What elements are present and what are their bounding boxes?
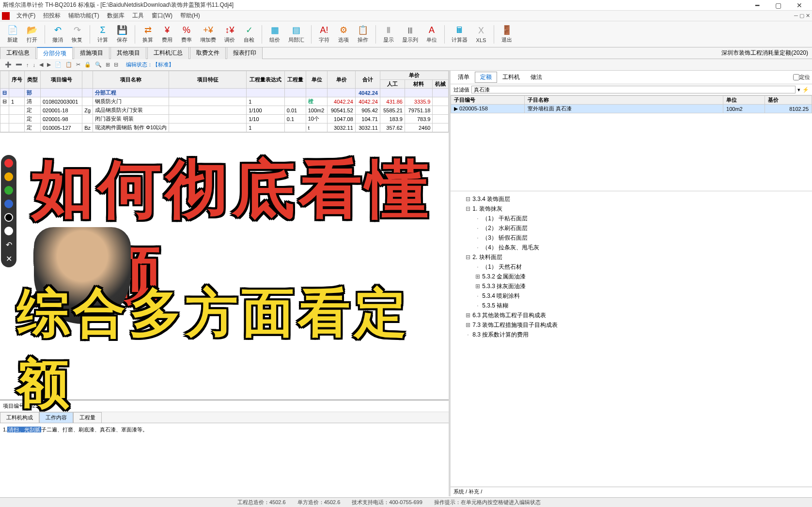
maximize-icon[interactable]: ▢ [769,1,788,9]
find-icon[interactable]: 🔍 [93,61,104,68]
toolbar-新建[interactable]: 📄新建 [3,24,22,45]
tree-node[interactable]: ⊟ 2. 块料面层 [453,252,809,262]
red-pen-icon[interactable] [4,159,13,168]
tree-node[interactable]: · 8.3 按系数计算的费用 [453,330,809,339]
indent-left-icon[interactable]: ◀ [37,61,45,68]
insert-row-icon[interactable]: ➕ [3,61,14,68]
toolbar-字符[interactable]: A!字符 [314,24,334,45]
filter-dropdown-icon[interactable]: ▾ [797,87,800,93]
tree-node[interactable]: ⊞ 5.3.3 抹灰面油漆 [453,281,809,291]
tree-node[interactable]: · （1） 天然石材 [453,262,809,272]
menu-窗口(W)[interactable]: 窗口(W) [148,12,176,19]
pin-checkbox[interactable]: 定位 [793,74,810,81]
minimize-icon[interactable]: ━ [748,1,767,9]
main-tab-其他项目[interactable]: 其他项目 [110,47,146,59]
menu-招投标[interactable]: 招投标 [39,12,64,19]
title-bar: 斯维尔清单计价 TH-BQ2016 标准版 - [E:\BaiduNetdisk… [0,0,812,11]
lock-icon[interactable]: 🔒 [82,61,93,68]
right-tab-清单[interactable]: 清单 [453,72,475,83]
menu-辅助功能(T)[interactable]: 辅助功能(T) [64,12,103,19]
toolbar-单位[interactable]: A单位 [422,24,441,45]
tree-node[interactable]: ⊟ 3.3.4 装饰面层 [453,194,809,204]
right-bottom-tabs[interactable]: 系统 / 补充 / [451,487,812,496]
toolbar-换算[interactable]: ⇄换算 [138,24,157,45]
status-bar: 工程总造价：4502.6 单方造价：4502.6 技术支持电话：400-0755… [0,497,812,507]
undo-icon[interactable]: ↶ [6,240,12,249]
white-pen-icon[interactable] [4,227,13,235]
tree-node[interactable]: ⊟ 1. 装饰抹灰 [453,204,809,214]
toolbar-撤消[interactable]: ↶撤消 [48,24,67,45]
close-icon[interactable]: ✕ [790,1,809,9]
toolbar-组价[interactable]: ▦组价 [265,24,284,45]
tree-node[interactable]: · 5.3.5 裱糊 [453,301,809,310]
down-icon[interactable]: ↓ [31,62,38,68]
right-tab-定额[interactable]: 定额 [475,72,497,83]
toolbar-保存[interactable]: 💾保存 [112,24,132,45]
blue-pen-icon[interactable] [4,200,13,208]
toolbar-显示列[interactable]: ⫼显示列 [398,24,422,45]
orange-pen-icon[interactable] [4,172,13,181]
toolbar-增加费[interactable]: +¥增加费 [196,24,220,45]
grid-row[interactable]: 定020001-98闭门器安装 明装1/100.110个1047.08104.7… [0,115,449,123]
tree-node[interactable]: · （4） 拉条灰、甩毛灰 [453,243,809,252]
tree-node[interactable]: · （3） 斩假石面层 [453,233,809,243]
delete-row-icon[interactable]: ➖ [14,61,24,68]
quota-tree[interactable]: ⊟ 3.3.4 装饰面层⊟ 1. 装饰抹灰· （1） 干粘石面层· （2） 水刷… [451,191,812,487]
collapse-icon[interactable]: ⊟ [112,61,120,68]
toolbar-打开[interactable]: 📂打开 [22,24,42,45]
tree-node[interactable]: · （2） 水刷石面层 [453,223,809,233]
quota-result-grid[interactable]: 子目编号 子目名称 单位 基价 ▶ 020005-158 室外墙柱面 真石漆 1… [451,95,812,113]
menu-文件(F)[interactable]: 文件(F) [13,12,39,19]
tree-node[interactable]: · （1） 干粘石面层 [453,214,809,223]
main-toolbar: 📄新建📂打开↶撤消↷恢复Σ计算💾保存⇄换算¥费用%费率+¥增加费↕¥调价✓自检▦… [0,21,812,47]
toolbar-XLS[interactable]: XXLS [471,25,491,44]
toolbar-费用[interactable]: ¥费用 [157,24,177,45]
toolbar-恢复[interactable]: ↷恢复 [67,24,87,45]
black-pen-icon[interactable] [4,213,13,222]
toolbar-选项[interactable]: ⚙选项 [334,24,353,45]
indent-right-icon[interactable]: ▶ [45,61,53,68]
up-icon[interactable]: ↑ [24,62,31,68]
tree-node[interactable]: ⊞ 6.3 其他装饰工程子目构成表 [453,310,809,320]
toolbar-费率[interactable]: %费率 [177,24,196,45]
main-grid[interactable]: 序号 类型 项目编号 项目名称 项目特征 工程量表达式 工程量 单位 单价 合计… [0,71,449,133]
menu-数据库[interactable]: 数据库 [103,12,128,19]
toolbar-计算器[interactable]: 🖩计算器 [448,24,471,45]
mdi-controls[interactable]: ─ ▢ ✕ [794,13,810,19]
toolbar-局部汇[interactable]: ▤局部汇 [284,24,308,45]
toolbar-操作[interactable]: 📋操作 [353,24,373,45]
right-tab-做法[interactable]: 做法 [525,72,547,83]
tree-node[interactable]: ⊞ 5.3.2 金属面油漆 [453,272,809,281]
toolbar-自检[interactable]: ✓自检 [239,24,259,45]
main-tab-取费文件[interactable]: 取费文件 [190,47,226,59]
copy-icon[interactable]: 📄 [53,61,63,68]
menu-帮助(H)[interactable]: 帮助(H) [176,12,204,19]
filter-input[interactable] [471,86,796,93]
main-tab-报表打印[interactable]: 报表打印 [227,47,263,59]
right-tab-工料机[interactable]: 工料机 [497,72,525,83]
cut-icon[interactable]: ✂ [74,61,82,68]
expand-icon[interactable]: ⊞ [104,61,112,68]
paste-icon[interactable]: 📋 [63,61,74,68]
grid-row[interactable]: ⊟1清010802003001钢质防火门1樘4042.244042.24431.… [0,97,449,106]
grid-row[interactable]: ⊟部分部工程4042.24 [0,89,449,97]
toolbar-调价[interactable]: ↕¥调价 [220,24,239,45]
toolbar-计算[interactable]: Σ计算 [93,24,112,45]
quota-result-row[interactable]: ▶ 020005-158 室外墙柱面 真石漆 100m2 8102.25 [451,105,812,113]
filter-apply-icon[interactable]: ⚡ [802,87,809,93]
menu-工具[interactable]: 工具 [128,12,148,19]
tree-node[interactable]: · 5.3.4 喷刷涂料 [453,291,809,301]
main-tab-工程信息[interactable]: 工程信息 [0,47,36,59]
grid-row[interactable]: 定020001-18Zg成品钢质防火门安装1/1000.01100m290541… [0,106,449,115]
tree-node[interactable]: ⊞ 7.3 装饰工程措施项目子目构成表 [453,320,809,330]
toolbar-退出[interactable]: 🚪退出 [497,24,516,45]
green-pen-icon[interactable] [4,186,13,195]
annotation-toolbar[interactable]: ↶ ✕ [1,155,16,267]
main-tab-措施项目[interactable]: 措施项目 [74,47,109,59]
main-tab-分部分项[interactable]: 分部分项 [37,47,73,59]
close-toolbar-icon[interactable]: ✕ [6,254,12,263]
grid-row[interactable]: 定010005-127Bz现浇构件圆钢筋 制作 Φ10以内1t3032.1130… [0,123,449,132]
edit-status-label: 编辑状态：【标准】 [126,61,174,68]
toolbar-显示[interactable]: ⫴显示 [379,24,398,45]
main-tab-工料机汇总[interactable]: 工料机汇总 [147,47,189,59]
